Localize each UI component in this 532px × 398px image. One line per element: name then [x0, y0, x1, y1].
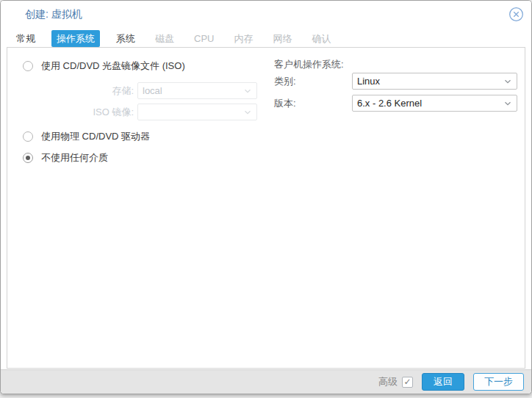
- content-panel: 使用 CD/DVD 光盘镜像文件 (ISO) 存储: local ISO 镜像:: [7, 47, 525, 369]
- media-selection-panel: 使用 CD/DVD 光盘镜像文件 (ISO) 存储: local ISO 镜像:: [17, 58, 257, 166]
- iso-image-label: ISO 镜像:: [17, 106, 137, 119]
- radio-physical-drive-label: 使用物理 CD/DVD 驱动器: [41, 130, 150, 143]
- storage-value: local: [143, 85, 162, 96]
- radio-use-iso[interactable]: 使用 CD/DVD 光盘镜像文件 (ISO): [17, 58, 257, 74]
- os-version-combobox[interactable]: 6.x - 2.6 Kernel: [352, 95, 517, 112]
- iso-field-row: ISO 镜像:: [17, 104, 257, 120]
- dialog-header: 创建: 虚拟机: [1, 1, 531, 29]
- tab-memory: 内存: [230, 30, 256, 47]
- dialog-footer: 高级 ✓ 返回 下一步: [1, 369, 531, 394]
- storage-field-row: 存储: local: [17, 82, 257, 99]
- os-type-label: 类别:: [274, 75, 352, 88]
- wizard-tab-bar: 常规 操作系统 系统 磁盘 CPU 内存 网络 确认: [12, 29, 525, 47]
- guest-os-heading: 客户机操作系统:: [274, 58, 517, 73]
- radio-no-media[interactable]: 不使用任何介质: [17, 150, 257, 166]
- dialog-title: 创建: 虚拟机: [25, 8, 82, 21]
- radio-no-media-label: 不使用任何介质: [41, 151, 108, 164]
- storage-combobox: local: [137, 82, 257, 99]
- radio-use-iso-label: 使用 CD/DVD 光盘镜像文件 (ISO): [41, 59, 185, 73]
- tab-os[interactable]: 操作系统: [51, 30, 100, 47]
- next-button[interactable]: 下一步: [473, 373, 524, 391]
- create-vm-dialog: 创建: 虚拟机 常规 操作系统 系统 磁盘 CPU 内存 网络 确认 使用 CD…: [0, 0, 532, 394]
- close-icon[interactable]: [508, 6, 524, 22]
- os-type-row: 类别: Linux: [274, 73, 517, 90]
- advanced-checkbox[interactable]: ✓: [402, 377, 413, 388]
- chevron-down-icon: [243, 87, 252, 95]
- tab-general[interactable]: 常规: [12, 30, 39, 47]
- radio-unchecked-icon: [23, 131, 33, 142]
- storage-label: 存储:: [17, 84, 137, 98]
- os-type-value: Linux: [357, 76, 380, 87]
- chevron-down-icon: [243, 108, 252, 117]
- os-version-label: 版本:: [274, 97, 352, 110]
- tab-system[interactable]: 系统: [112, 30, 139, 47]
- os-version-row: 版本: 6.x - 2.6 Kernel: [274, 95, 517, 112]
- advanced-label: 高级: [378, 375, 398, 388]
- os-version-value: 6.x - 2.6 Kernel: [357, 98, 422, 109]
- chevron-down-icon: [503, 99, 512, 108]
- tab-disks: 磁盘: [151, 30, 178, 47]
- tab-cpu: CPU: [190, 30, 218, 47]
- iso-image-combobox: [137, 104, 257, 120]
- guest-os-panel: 客户机操作系统: 类别: Linux 版本: 6.x - 2.6 Kernel: [274, 58, 517, 112]
- back-button[interactable]: 返回: [422, 373, 464, 391]
- radio-unchecked-icon: [23, 61, 33, 71]
- radio-checked-icon: [23, 153, 33, 163]
- radio-physical-drive[interactable]: 使用物理 CD/DVD 驱动器: [17, 129, 257, 145]
- tab-confirm: 确认: [308, 30, 334, 47]
- chevron-down-icon: [503, 77, 512, 86]
- os-type-combobox[interactable]: Linux: [352, 73, 517, 90]
- tab-network: 网络: [269, 30, 295, 47]
